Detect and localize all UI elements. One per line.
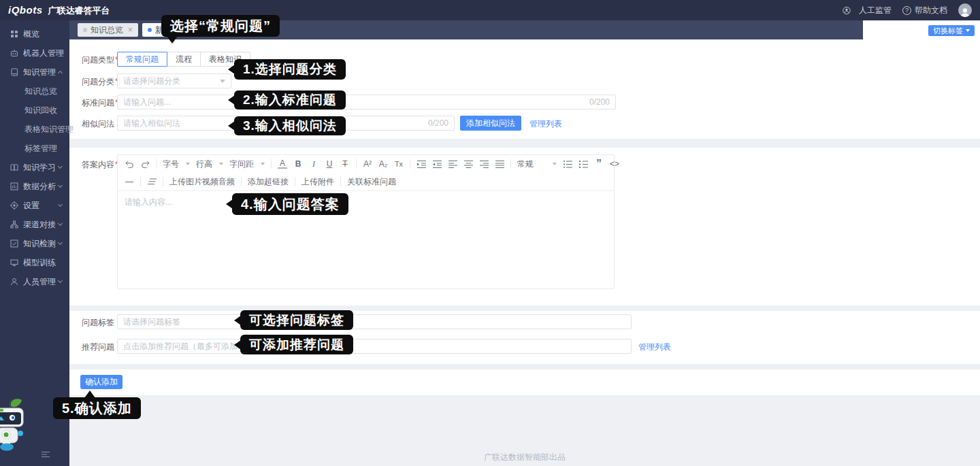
callout-tags-hint: 可选择问题标签 — [240, 310, 353, 330]
chevron-down-icon — [220, 80, 225, 83]
align-justify-icon[interactable] — [495, 161, 504, 168]
unordered-list-icon[interactable] — [563, 161, 572, 168]
switch-tag-button[interactable]: 切换标签 — [928, 25, 975, 36]
question-extra-section: 问题标签 请选择问题标签 推荐问题 ? 点击添加推荐问题（最多可添加3个） 管理… — [69, 311, 980, 364]
font-size-dropdown[interactable]: 字号 — [163, 159, 190, 170]
align-right-icon[interactable] — [479, 161, 489, 168]
standard-question-input[interactable]: 请输入问题... 0/200 — [117, 95, 616, 110]
footer-credit: 广联达数据智能部出品 — [69, 452, 980, 463]
undo-icon[interactable] — [125, 161, 134, 168]
align-left-icon[interactable] — [448, 161, 457, 168]
align-center-icon[interactable] — [463, 161, 473, 168]
manual-supervision-link[interactable]: 人工监管 — [843, 5, 892, 16]
answer-content-editarea[interactable]: 请输入内容... — [118, 191, 614, 289]
app-window: iQbots 广联达睿答平台 人工监管 ? 帮助文档 概览 — [0, 0, 980, 466]
bold-icon[interactable]: B — [293, 159, 303, 169]
sidebar-item-data-analytics[interactable]: 数据分析 — [0, 177, 69, 196]
ordered-list-icon[interactable] — [578, 161, 588, 168]
brand-area: iQbots 广联达睿答平台 — [8, 4, 110, 17]
chevron-down-icon — [58, 164, 63, 169]
answer-section: 答案内容* 字号 行高 字间距 A B I U — [69, 148, 980, 305]
help-docs-link[interactable]: ? 帮助文档 — [902, 5, 947, 16]
sidebar-item-model-training[interactable]: 模型训练 — [0, 253, 69, 272]
answer-content-label: 答案内容* — [82, 159, 118, 171]
horizontal-rule-icon[interactable]: — — [125, 177, 134, 186]
sidebar-item-channel-integration[interactable]: 渠道对接 — [0, 215, 69, 234]
add-similar-question-button[interactable]: 添加相似问法 — [460, 116, 521, 131]
type-option-flow[interactable]: 流程 — [167, 52, 201, 67]
paragraph-spacing-icon[interactable] — [147, 178, 157, 185]
letter-spacing-dropdown[interactable]: 字间距 — [229, 159, 265, 170]
tab-knowledge-overview[interactable]: 知识总览 × — [78, 23, 138, 37]
strikethrough-icon[interactable]: T — [340, 159, 350, 169]
manage-similar-list-link[interactable]: 管理列表 — [529, 118, 562, 130]
sidebar-item-robot-management[interactable]: 机器人管理 — [0, 44, 69, 63]
tab-status-dot — [83, 28, 87, 32]
editor-toolbar-row-2: — 上传图片视频音频 添加超链接 上传附件 关联标准问题 — [118, 173, 614, 190]
robot-mascot — [0, 397, 31, 454]
question-category-label: 问题分类* — [82, 76, 118, 88]
sidebar-item-overview[interactable]: 概览 — [0, 24, 69, 44]
subscript-icon[interactable]: A₂ — [378, 159, 388, 169]
editor-toolbar-row-1: 字号 行高 字间距 A B I U T A² A₂ Tx — [118, 155, 614, 173]
question-basic-section: 问题类型* 常规问题 流程 表格知识 问题分类* 请选择问题分类 标准问题* 请… — [69, 39, 980, 139]
link-standard-question-button[interactable]: 关联标准问题 — [347, 176, 396, 188]
question-type-label: 问题类型* — [82, 54, 118, 66]
callout-step1-category: 1.选择问题分类 — [234, 59, 346, 80]
standard-question-label: 标准问题* — [82, 97, 118, 109]
sidebar-subitem-knowledge-recycle[interactable]: 知识回收 — [0, 101, 69, 120]
redo-icon[interactable] — [140, 161, 150, 168]
sidebar-item-knowledge-learning[interactable]: 知识学习 — [0, 158, 69, 177]
help-icon: ? — [902, 6, 911, 15]
paragraph-format-dropdown[interactable]: 常规 — [517, 159, 557, 170]
chevron-down-icon — [58, 240, 63, 245]
sidebar-subitem-tag-management[interactable]: 标签管理 — [0, 139, 69, 158]
underline-icon[interactable]: U — [325, 159, 334, 169]
sidebar-item-knowledge-detection[interactable]: 知识检测 — [0, 234, 69, 253]
tab-status-dot — [148, 28, 152, 32]
sidebar-item-knowledge-management[interactable]: 知识管理 — [0, 63, 69, 82]
sidebar-nav: 概览 机器人管理 知识管理 知识总览 知识回收 表格知识管理 标签管理 — [0, 20, 69, 291]
upload-media-button[interactable]: 上传图片视频音频 — [169, 176, 235, 188]
detection-icon — [10, 239, 18, 248]
robot-icon — [10, 49, 18, 57]
editor-toolbar: 字号 行高 字间距 A B I U T A² A₂ Tx — [118, 155, 614, 191]
recommend-question-input[interactable]: 点击添加推荐问题（最多可添加3个） — [117, 339, 632, 354]
upload-attachment-button[interactable]: 上传附件 — [301, 176, 334, 188]
code-icon[interactable]: <> — [610, 159, 619, 169]
callout-step5-confirm: 5.确认添加 — [53, 397, 141, 419]
type-option-regular[interactable]: 常规问题 — [117, 52, 167, 67]
tab-label: 知识总览 — [91, 24, 123, 36]
app-logo: iQbots — [8, 4, 43, 16]
sidebar-item-settings[interactable]: 设置 — [0, 196, 69, 215]
app-header: iQbots 广联达睿答平台 人工监管 ? 帮助文档 — [0, 0, 980, 20]
indent-icon[interactable] — [416, 161, 426, 168]
line-height-dropdown[interactable]: 行高 — [196, 159, 223, 170]
char-counter: 0/200 — [428, 118, 448, 128]
chevron-down-icon — [58, 278, 63, 283]
similar-question-label: 相似问法 — [82, 118, 114, 130]
close-icon[interactable]: × — [128, 25, 133, 35]
question-category-select[interactable]: 请选择问题分类 — [117, 73, 231, 88]
supervision-icon — [843, 6, 851, 14]
user-avatar[interactable] — [958, 3, 972, 17]
manage-recommend-list-link[interactable]: 管理列表 — [638, 342, 671, 353]
sidebar-subitem-knowledge-overview[interactable]: 知识总览 — [0, 82, 69, 101]
outdent-icon[interactable] — [432, 161, 442, 168]
add-hyperlink-button[interactable]: 添加超链接 — [248, 176, 289, 188]
clear-format-icon[interactable]: Tx — [394, 160, 404, 168]
training-icon — [10, 259, 18, 267]
superscript-icon[interactable]: A² — [363, 159, 372, 169]
sidebar-item-personnel-management[interactable]: 人员管理 — [0, 272, 69, 291]
supervision-label: 人工监管 — [859, 5, 892, 16]
question-tags-select[interactable]: 请选择问题标签 — [117, 314, 632, 329]
sidebar-collapse-icon[interactable] — [41, 448, 50, 461]
question-tags-label: 问题标签 — [82, 317, 114, 329]
submit-section: 确认添加 — [69, 369, 980, 395]
font-color-icon[interactable]: A — [278, 159, 287, 169]
confirm-add-button[interactable]: 确认添加 — [80, 375, 122, 389]
sidebar-subitem-table-knowledge[interactable]: 表格知识管理 — [0, 120, 69, 139]
italic-icon[interactable]: I — [309, 159, 318, 169]
blockquote-icon[interactable]: ” — [594, 161, 604, 167]
learning-icon — [10, 163, 18, 171]
